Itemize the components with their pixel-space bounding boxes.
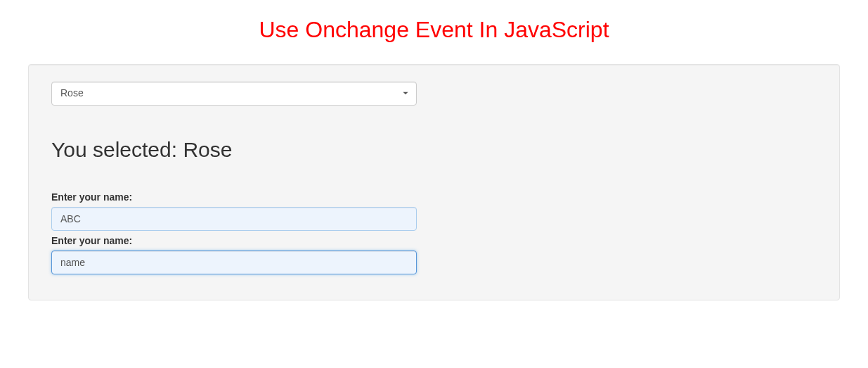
name-input-1[interactable] — [51, 207, 417, 231]
selection-result: You selected: Rose — [51, 138, 817, 162]
result-prefix: You selected: — [51, 138, 183, 161]
main-panel: Rose You selected: Rose Enter your name:… — [28, 64, 840, 300]
page-title: Use Onchange Event In JavaScript — [0, 17, 868, 43]
name-field-row-1: Enter your name: — [51, 191, 817, 231]
name-input-2[interactable] — [51, 250, 417, 274]
name-field-row-2: Enter your name: — [51, 235, 817, 274]
result-value: Rose — [183, 138, 232, 161]
name-label-1: Enter your name: — [51, 191, 817, 203]
name-label-2: Enter your name: — [51, 235, 817, 246]
flower-dropdown[interactable]: Rose — [51, 82, 417, 106]
